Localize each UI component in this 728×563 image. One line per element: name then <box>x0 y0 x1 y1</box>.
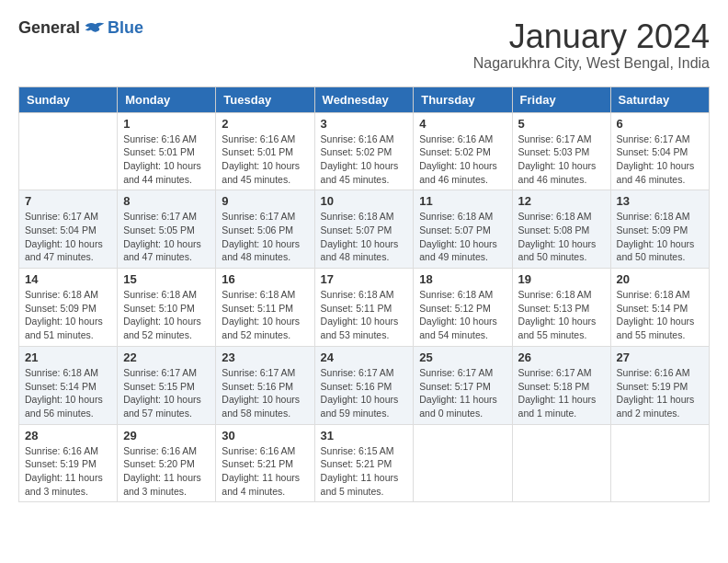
calendar-row-week-4: 21Sunrise: 6:18 AM Sunset: 5:14 PM Dayli… <box>19 346 710 424</box>
day-number: 26 <box>518 350 605 364</box>
calendar-cell: 2Sunrise: 6:16 AM Sunset: 5:01 PM Daylig… <box>216 112 314 190</box>
day-info: Sunrise: 6:18 AM Sunset: 5:14 PM Dayligh… <box>25 366 111 420</box>
calendar-cell: 24Sunrise: 6:17 AM Sunset: 5:16 PM Dayli… <box>314 346 414 424</box>
calendar-cell: 22Sunrise: 6:17 AM Sunset: 5:15 PM Dayli… <box>118 346 216 424</box>
day-info: Sunrise: 6:17 AM Sunset: 5:16 PM Dayligh… <box>321 366 408 420</box>
day-number: 20 <box>617 272 703 286</box>
day-info: Sunrise: 6:18 AM Sunset: 5:10 PM Dayligh… <box>123 288 210 342</box>
calendar-cell: 26Sunrise: 6:17 AM Sunset: 5:18 PM Dayli… <box>512 346 610 424</box>
calendar-table: SundayMondayTuesdayWednesdayThursdayFrid… <box>18 86 710 503</box>
day-number: 13 <box>617 194 703 208</box>
calendar-cell: 16Sunrise: 6:18 AM Sunset: 5:11 PM Dayli… <box>216 269 314 347</box>
day-number: 30 <box>222 429 308 442</box>
calendar-cell: 9Sunrise: 6:17 AM Sunset: 5:06 PM Daylig… <box>216 190 314 269</box>
calendar-cell: 20Sunrise: 6:18 AM Sunset: 5:14 PM Dayli… <box>610 269 709 347</box>
day-info: Sunrise: 6:18 AM Sunset: 5:13 PM Dayligh… <box>518 288 605 342</box>
calendar-cell: 31Sunrise: 6:15 AM Sunset: 5:21 PM Dayli… <box>314 424 414 502</box>
month-title: January 2024 <box>473 18 710 55</box>
day-number: 6 <box>617 117 703 131</box>
day-number: 15 <box>123 272 210 286</box>
day-number: 3 <box>321 117 408 131</box>
calendar-header-wednesday: Wednesday <box>314 86 414 112</box>
calendar-row-week-5: 28Sunrise: 6:16 AM Sunset: 5:19 PM Dayli… <box>19 424 710 502</box>
day-number: 19 <box>518 272 605 286</box>
calendar-cell: 12Sunrise: 6:18 AM Sunset: 5:08 PM Dayli… <box>512 190 610 269</box>
day-info: Sunrise: 6:18 AM Sunset: 5:12 PM Dayligh… <box>419 288 506 342</box>
day-info: Sunrise: 6:16 AM Sunset: 5:20 PM Dayligh… <box>123 444 210 499</box>
day-info: Sunrise: 6:17 AM Sunset: 5:18 PM Dayligh… <box>518 366 605 420</box>
day-number: 11 <box>419 194 506 208</box>
day-number: 14 <box>25 272 111 286</box>
day-info: Sunrise: 6:18 AM Sunset: 5:09 PM Dayligh… <box>617 210 703 264</box>
day-number: 8 <box>123 194 210 208</box>
day-number: 2 <box>222 117 308 131</box>
calendar-cell: 27Sunrise: 6:16 AM Sunset: 5:19 PM Dayli… <box>610 346 709 424</box>
day-info: Sunrise: 6:18 AM Sunset: 5:11 PM Dayligh… <box>222 288 308 342</box>
day-info: Sunrise: 6:16 AM Sunset: 5:01 PM Dayligh… <box>222 132 308 187</box>
day-number: 21 <box>25 350 111 364</box>
day-info: Sunrise: 6:17 AM Sunset: 5:04 PM Dayligh… <box>617 132 703 187</box>
day-info: Sunrise: 6:18 AM Sunset: 5:07 PM Dayligh… <box>419 210 506 264</box>
logo: General Blue <box>18 18 143 38</box>
day-number: 5 <box>518 117 605 131</box>
day-number: 25 <box>419 350 506 364</box>
day-number: 29 <box>123 429 210 442</box>
calendar-header-sunday: Sunday <box>19 86 118 112</box>
calendar-row-week-1: 1Sunrise: 6:16 AM Sunset: 5:01 PM Daylig… <box>19 112 710 190</box>
calendar-cell: 15Sunrise: 6:18 AM Sunset: 5:10 PM Dayli… <box>118 269 216 347</box>
day-number: 1 <box>123 117 210 131</box>
calendar-row-week-3: 14Sunrise: 6:18 AM Sunset: 5:09 PM Dayli… <box>19 269 710 347</box>
calendar-cell: 28Sunrise: 6:16 AM Sunset: 5:19 PM Dayli… <box>19 424 118 502</box>
calendar-cell: 17Sunrise: 6:18 AM Sunset: 5:11 PM Dayli… <box>314 269 414 347</box>
calendar-cell: 6Sunrise: 6:17 AM Sunset: 5:04 PM Daylig… <box>610 112 709 190</box>
calendar-cell: 23Sunrise: 6:17 AM Sunset: 5:16 PM Dayli… <box>216 346 314 424</box>
day-info: Sunrise: 6:15 AM Sunset: 5:21 PM Dayligh… <box>321 444 408 499</box>
calendar-header-monday: Monday <box>118 86 216 112</box>
calendar-header-row: SundayMondayTuesdayWednesdayThursdayFrid… <box>19 86 710 112</box>
calendar-cell: 13Sunrise: 6:18 AM Sunset: 5:09 PM Dayli… <box>610 190 709 269</box>
calendar-cell: 14Sunrise: 6:18 AM Sunset: 5:09 PM Dayli… <box>19 269 118 347</box>
day-info: Sunrise: 6:17 AM Sunset: 5:05 PM Dayligh… <box>123 210 210 264</box>
calendar-cell: 11Sunrise: 6:18 AM Sunset: 5:07 PM Dayli… <box>414 190 512 269</box>
calendar-cell: 18Sunrise: 6:18 AM Sunset: 5:12 PM Dayli… <box>414 269 512 347</box>
calendar-cell: 4Sunrise: 6:16 AM Sunset: 5:02 PM Daylig… <box>414 112 512 190</box>
day-info: Sunrise: 6:18 AM Sunset: 5:14 PM Dayligh… <box>617 288 703 342</box>
calendar-cell: 5Sunrise: 6:17 AM Sunset: 5:03 PM Daylig… <box>512 112 610 190</box>
day-number: 4 <box>419 117 506 131</box>
day-info: Sunrise: 6:16 AM Sunset: 5:02 PM Dayligh… <box>321 132 408 187</box>
calendar-cell: 19Sunrise: 6:18 AM Sunset: 5:13 PM Dayli… <box>512 269 610 347</box>
calendar-cell <box>414 424 512 502</box>
title-section: January 2024 Nagarukhra City, West Benga… <box>473 18 710 72</box>
day-info: Sunrise: 6:16 AM Sunset: 5:19 PM Dayligh… <box>25 444 111 499</box>
day-info: Sunrise: 6:18 AM Sunset: 5:08 PM Dayligh… <box>518 210 605 264</box>
day-number: 31 <box>321 429 408 442</box>
calendar-cell: 21Sunrise: 6:18 AM Sunset: 5:14 PM Dayli… <box>19 346 118 424</box>
day-number: 18 <box>419 272 506 286</box>
location-title: Nagarukhra City, West Bengal, India <box>473 55 710 72</box>
logo-blue-text: Blue <box>108 18 143 38</box>
calendar-header-tuesday: Tuesday <box>216 86 314 112</box>
day-info: Sunrise: 6:17 AM Sunset: 5:16 PM Dayligh… <box>222 366 308 420</box>
day-number: 22 <box>123 350 210 364</box>
calendar-cell <box>610 424 709 502</box>
day-number: 7 <box>25 194 111 208</box>
logo-general-text: General <box>18 18 80 38</box>
calendar-cell: 30Sunrise: 6:16 AM Sunset: 5:21 PM Dayli… <box>216 424 314 502</box>
day-number: 27 <box>617 350 703 364</box>
day-info: Sunrise: 6:17 AM Sunset: 5:04 PM Dayligh… <box>25 210 111 264</box>
calendar-header-saturday: Saturday <box>610 86 709 112</box>
calendar-header-friday: Friday <box>512 86 610 112</box>
calendar-cell: 7Sunrise: 6:17 AM Sunset: 5:04 PM Daylig… <box>19 190 118 269</box>
calendar-cell <box>19 112 118 190</box>
day-info: Sunrise: 6:18 AM Sunset: 5:09 PM Dayligh… <box>25 288 111 342</box>
day-info: Sunrise: 6:17 AM Sunset: 5:15 PM Dayligh… <box>123 366 210 420</box>
calendar-cell: 29Sunrise: 6:16 AM Sunset: 5:20 PM Dayli… <box>118 424 216 502</box>
calendar-row-week-2: 7Sunrise: 6:17 AM Sunset: 5:04 PM Daylig… <box>19 190 710 269</box>
calendar-cell: 10Sunrise: 6:18 AM Sunset: 5:07 PM Dayli… <box>314 190 414 269</box>
day-info: Sunrise: 6:18 AM Sunset: 5:11 PM Dayligh… <box>321 288 408 342</box>
day-info: Sunrise: 6:17 AM Sunset: 5:06 PM Dayligh… <box>222 210 308 264</box>
day-number: 16 <box>222 272 308 286</box>
page-header: General Blue January 2024 Nagarukhra Cit… <box>18 18 710 72</box>
day-number: 17 <box>321 272 408 286</box>
day-number: 9 <box>222 194 308 208</box>
